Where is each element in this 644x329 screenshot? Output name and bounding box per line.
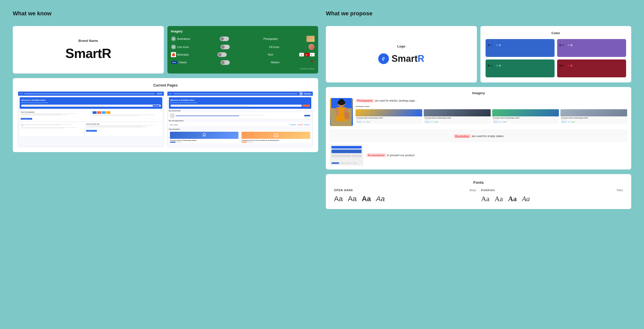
- screenshot-header-1: [18, 92, 164, 96]
- academy-card-1: A Proactive Guide to Getting Happy at Wo…: [169, 131, 240, 144]
- article-img-1: [355, 109, 422, 116]
- font-usage-opensans: Body: [469, 189, 476, 192]
- current-pages-card: Current Pages Welcome to SmartRecruiters…: [13, 78, 318, 152]
- toggle-line-icons[interactable]: [221, 45, 230, 49]
- page-screenshot-2: Welcome to SmartRecruiters We are here t…: [167, 91, 313, 147]
- font-name-opensans: OPEN SANS: [334, 189, 353, 192]
- illustration-icon: [171, 36, 176, 41]
- track-card: Track Your Application Manage Applicatio…: [20, 110, 90, 121]
- screenshots-badge: Screenshots: [366, 153, 386, 157]
- article-img-2: [424, 109, 490, 116]
- watermark: SmartRecruiters: [171, 68, 315, 70]
- screenshot-hero-1: Welcome to SmartRecruiters We are here t…: [20, 97, 162, 109]
- brand-name-label: Brand Name: [78, 39, 98, 43]
- toggle-minimalist[interactable]: [217, 52, 227, 57]
- photo-thumb-1: [306, 36, 315, 42]
- svg-rect-3: [174, 46, 175, 47]
- toggle-4[interactable]: [221, 60, 230, 65]
- font-samples-opensans: Aa Aa Aa Aa: [334, 195, 476, 203]
- brand-name-card: Brand Name SmartR: [13, 26, 164, 74]
- imagery-card-left: Imagery Illustrations Photography: [167, 26, 318, 74]
- fonts-card: Fonts OPEN SANS Body Aa Aa Aa Aa: [326, 174, 631, 209]
- fonts-grid: OPEN SANS Body Aa Aa Aa Aa POPPINS Title…: [334, 189, 623, 203]
- imagery-photo-section: Photography are used for articles, landi…: [330, 98, 627, 126]
- academy-cards: A Proactive Guide to Getting Happy at Wo…: [169, 131, 312, 144]
- right-section: What we propose Logo SmartR: [326, 10, 631, 209]
- fonts-title: Fonts: [334, 180, 623, 185]
- minimalist-label: 🍎 Minimalist: [171, 52, 191, 57]
- svg-text:G: G: [306, 54, 307, 56]
- svg-rect-2: [172, 46, 173, 47]
- hero-sub-1: We are here to help you during your job …: [21, 102, 161, 103]
- font-sample-thin-poppins: Aa: [481, 195, 490, 203]
- illustration-text: Illustrations: [177, 38, 190, 40]
- font-sample-italic-opensans: Aa: [376, 195, 385, 203]
- search-bar-1: [21, 105, 161, 107]
- logo-label: Logo: [397, 44, 405, 48]
- svg-point-11: [383, 60, 384, 61]
- brand-icons-right: M G T: [299, 53, 315, 56]
- font-header-poppins: POPPINS Titles: [481, 189, 623, 192]
- fill-icons-label: Fill Icons: [259, 46, 279, 48]
- color-swatch-purple: [557, 39, 626, 57]
- color-grid: [486, 39, 626, 77]
- classic-label: Ford Classic: [171, 61, 191, 64]
- font-sample-regular-opensans: Aa: [348, 195, 356, 203]
- job-seekers-title: Job Seekers Guide: [355, 106, 627, 107]
- article-card-1: A Proactive Guide to Getting Happy at Wo…: [355, 109, 422, 124]
- gmail-icon: M: [299, 53, 304, 56]
- avatar-thumb: [308, 44, 315, 50]
- toggle-illustrations[interactable]: [220, 36, 229, 41]
- screenshots-section: Screenshots to present our product: [330, 144, 627, 165]
- color-card: Color: [480, 26, 631, 82]
- imagery-row-4: Ford Classic Modern: [171, 59, 315, 66]
- article-img-4: [560, 109, 627, 116]
- modern-label: Modern: [259, 61, 280, 64]
- color-label: Color: [486, 31, 626, 35]
- svg-rect-20: [344, 112, 350, 119]
- right-top-row: Logo SmartR Color: [326, 26, 631, 82]
- toggle-classic[interactable]: [221, 60, 230, 65]
- imagery-card-title: Imagery: [171, 30, 315, 33]
- font-header-opensans: OPEN SANS Body: [334, 189, 476, 192]
- hero-title-1: Welcome to SmartRecruiters: [21, 99, 161, 101]
- photography-label: Photography: [258, 38, 278, 40]
- smartr-logo-icon: [378, 53, 389, 64]
- font-samples-poppins: Aa Aa Aa Aa: [481, 195, 623, 203]
- minimalist-icon: 🍎: [171, 52, 176, 57]
- logo-card: Logo SmartR: [326, 26, 477, 82]
- top-row: Brand Name SmartR Imagery Illustrations: [13, 26, 318, 74]
- font-sample-italic-poppins: Aa: [522, 195, 530, 203]
- brand-name-logo: SmartR: [65, 46, 111, 61]
- photography-text: are used for articles, landings page...: [374, 99, 417, 102]
- illustration-label: Illustrations: [171, 36, 191, 41]
- font-sample-regular-poppins: Aa: [494, 195, 503, 203]
- font-section-opensans: OPEN SANS Body Aa Aa Aa Aa: [334, 189, 476, 203]
- main-layout: What we know Brand Name SmartR Imagery I…: [13, 10, 631, 209]
- color-swatch-blue: [486, 39, 555, 57]
- illustration-section: Illustration are used for empty states: [330, 130, 627, 142]
- right-section-title: What we propose: [326, 10, 631, 17]
- toggle-2[interactable]: [221, 45, 230, 49]
- svg-rect-9: [274, 134, 278, 137]
- photography-badge: Photography: [355, 99, 374, 103]
- pages-screenshots: Welcome to SmartRecruiters We are here t…: [18, 91, 313, 147]
- toggle-3[interactable]: [217, 52, 227, 57]
- stats-card: [91, 110, 162, 121]
- imagery-right-title: Imagery: [330, 91, 627, 95]
- tesla-logo: [309, 59, 315, 66]
- smartr-logo-text: SmartR: [392, 53, 424, 64]
- line-icons-label: Line Icons: [171, 44, 191, 50]
- photo-label-section: Photography are used for articles, landi…: [355, 98, 627, 126]
- imagery-row-1: Illustrations Photography: [171, 36, 315, 42]
- svg-text:T: T: [311, 54, 312, 56]
- toggle-1[interactable]: [220, 36, 229, 41]
- job-row-1: Penny & More UX Designer Call Today Air …: [170, 123, 310, 126]
- screenshot-body-2: Welcome to SmartRecruiters We are here t…: [167, 96, 313, 147]
- bottom-cards: Find Your Perfect Job Explore More Jobs: [20, 122, 162, 136]
- screenshots-text: to present our product: [386, 154, 415, 157]
- svg-point-1: [173, 38, 174, 39]
- card-row-track: Track Your Application Manage Applicatio…: [20, 110, 162, 121]
- imagery-row-2: Line Icons Fill Icons: [171, 44, 315, 50]
- font-sample-thin-opensans: Aa: [334, 195, 343, 203]
